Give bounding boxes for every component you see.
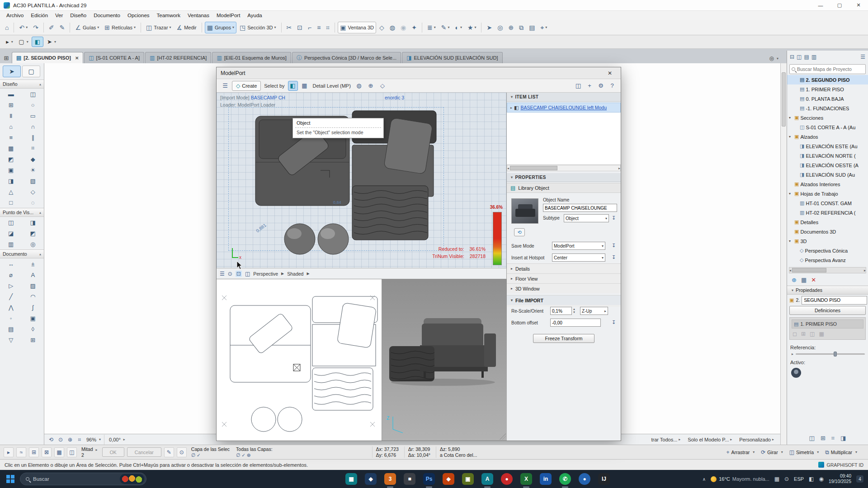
menu-item[interactable]: Archivo	[3, 11, 27, 20]
taskbar-app-icon[interactable]: 3	[384, 473, 396, 485]
view-tab[interactable]: ◫ [S-01 CORTE A - A]	[84, 52, 144, 63]
select-by-object-icon[interactable]: ◧	[288, 81, 298, 91]
toolbox-tool[interactable]: ⌗	[22, 143, 44, 154]
toolbox-tool[interactable]: ⋀	[0, 302, 22, 313]
tab-overview-button[interactable]: ⊞	[1, 52, 12, 63]
cursor-snap-icon[interactable]: ⊠	[42, 447, 52, 457]
toolbar-button[interactable]: ∠ Guías ▾	[73, 22, 101, 33]
toolbar-button[interactable]: ✎ ▾	[439, 22, 452, 33]
navigator-properties-header[interactable]: ▾Propiedades	[787, 286, 868, 295]
taskbar-app-icon[interactable]: in	[540, 473, 552, 485]
object-3d-preview[interactable]: Z	[382, 279, 507, 441]
definitions-button[interactable]: Definiciones	[789, 306, 866, 315]
toolbox-tool[interactable]: ▣	[22, 313, 44, 324]
eye-icon[interactable]: ⊙	[177, 447, 187, 457]
create-button[interactable]: ◇ Create	[232, 81, 261, 91]
toolbox-tool[interactable]: ⌂	[0, 121, 22, 132]
view-tab[interactable]: ◨ ELEVACIÓN SUD [ELEVACIÓN SUD]	[402, 52, 502, 63]
toolbox-tool[interactable]: △	[0, 186, 22, 197]
taskbar-app-icon[interactable]: ▣	[462, 473, 474, 485]
weather-widget[interactable]: 16°C Mayorm. nubla...	[711, 476, 769, 482]
navigator-map-icon[interactable]: ⊟	[790, 54, 794, 60]
import-file-link-tail[interactable]: enordic 3	[385, 95, 404, 100]
zoom-extent-icon[interactable]: ⊡	[236, 271, 242, 277]
toolbar-button[interactable]: ≡	[315, 22, 323, 33]
view-tab[interactable]: ⓘ Perspectiva Cónica [3D / Marco de Sele…	[292, 52, 401, 63]
gear-icon[interactable]: ⚙	[596, 81, 606, 91]
toolbar-button[interactable]: ⌗	[324, 22, 332, 33]
canvas-vertical-scrollbar[interactable]	[780, 63, 787, 445]
library-object-row[interactable]: ▤ Library Object	[507, 183, 621, 193]
toolbox-tool[interactable]: ∫	[22, 302, 44, 313]
navigator-tree-item[interactable]: ◇ Perspectiva Cónica	[787, 246, 868, 255]
coordinate-cell[interactable]: Δz: 5,890 a Cota Cero del...	[436, 446, 481, 458]
property-group-row[interactable]: ▸ Details	[507, 263, 621, 273]
tray-overflow-icon[interactable]: ∧	[703, 477, 706, 482]
toolbox-tool[interactable]: ±	[22, 258, 44, 269]
toolbox-tool[interactable]: ▣	[0, 164, 22, 175]
toolbox-tool[interactable]: ⊞	[22, 334, 44, 345]
view-tab[interactable]: ▥ [HT-02 REFERENCIA]	[145, 52, 211, 63]
toolbox-tool[interactable]: ○	[22, 99, 44, 110]
toolbox-section-design[interactable]: Diseño▴	[0, 80, 44, 89]
toolbox-tool[interactable]: Ⅱ	[0, 110, 22, 121]
help-button[interactable]: ?	[607, 81, 617, 91]
bottom-offset-field[interactable]	[550, 319, 601, 327]
item-list-header[interactable]: ▾ITEM LIST	[507, 93, 621, 102]
toolbar-button[interactable]: ◐ ▾	[453, 22, 464, 33]
taskbar-app-icon[interactable]: IJ	[598, 473, 610, 485]
minimize-button[interactable]: —	[811, 0, 830, 11]
edit-pencil-icon[interactable]: ✎	[164, 447, 174, 457]
transfer-settings-icon[interactable]: ↧	[612, 243, 616, 249]
reference-slider[interactable]: ▸	[787, 351, 868, 357]
toolbar-button[interactable]: ▤	[527, 22, 537, 33]
chevron-right-icon[interactable]: ▶	[307, 272, 309, 276]
quick-option-button[interactable]: ▢ ▾	[18, 37, 29, 47]
toolbox-tool[interactable]: ◦	[0, 313, 22, 324]
navigator-tree-item[interactable]: ◫ S-01 CORTE A - A (Au	[787, 122, 868, 132]
toolbar-button[interactable]: ◍	[387, 22, 397, 33]
dialog-resize-grip[interactable]	[500, 433, 506, 440]
panel-icon[interactable]: ◫	[809, 435, 815, 442]
tab-close-icon[interactable]: ✕	[75, 56, 79, 61]
selection-layer-cell[interactable]: Capa de las Selec ∅ ✓	[189, 446, 231, 457]
toolbar-button[interactable]: ▦ Grupos ▾	[205, 22, 236, 33]
toolbox-tool[interactable]: ◇	[22, 186, 44, 197]
dialog-close-icon[interactable]: ✕	[603, 70, 617, 76]
navigator-search[interactable]	[789, 64, 866, 74]
zoom-in-icon[interactable]: ⊕	[66, 436, 74, 443]
cancel-button[interactable]: Cancelar	[127, 447, 161, 457]
toolbar-button[interactable]: ⌐	[306, 22, 314, 33]
property-group-row[interactable]: ▸ Floor View	[507, 273, 621, 283]
symbol-2d-preview[interactable]	[217, 279, 382, 441]
orbit-icon[interactable]: ⊙	[228, 271, 232, 277]
transfer-settings-icon[interactable]: ↧	[612, 215, 616, 221]
toolbox-tool[interactable]: ▥	[0, 239, 22, 249]
item-list-hscrollbar[interactable]: ◂▸	[507, 165, 621, 171]
toolbox-tool[interactable]: A	[22, 269, 44, 280]
chevron-right-icon[interactable]: ▶	[281, 272, 284, 276]
transfer-settings-icon[interactable]: ↧	[612, 319, 616, 325]
toolbox-tool[interactable]: ◎	[22, 239, 44, 249]
network-icon[interactable]: ◧	[809, 476, 814, 482]
item-list-body[interactable]	[507, 113, 621, 165]
taskbar-app-icon[interactable]: ■	[404, 473, 415, 485]
item-list-entry[interactable]: ▸ ◧ BASECAMP CHAISELOUNGE left Modu	[507, 103, 621, 113]
menu-item[interactable]: Ayuda	[244, 11, 265, 20]
stepper-icon[interactable]: ▲▼	[573, 308, 576, 314]
orientation-select[interactable]: Z-Up▸	[580, 307, 608, 315]
view-map-icon[interactable]: ◫	[797, 54, 802, 60]
toolbar-button[interactable]: ↷	[31, 22, 41, 33]
toolbox-tool[interactable]: ▽	[0, 334, 22, 345]
toolbar-button[interactable]: ✐	[47, 22, 57, 33]
toolbar-button[interactable]: ⊕	[506, 22, 516, 33]
navigator-menu-icon[interactable]: ☰	[860, 54, 865, 60]
navigator-tree-item[interactable]: ◨ ELEVACIÓN SUD (Au	[787, 170, 868, 179]
toolbar-button[interactable]: ◇	[377, 22, 387, 33]
edit-action-button[interactable]: ◫ Simetría ▾	[789, 449, 819, 455]
navigator-tree-item[interactable]: ◇ Perspectiva Avanz	[787, 255, 868, 265]
property-group-row[interactable]: ▸ 3D Window	[507, 283, 621, 293]
navigator-tree-item[interactable]: ◨ ELEVACIÓN ESTE (Au	[787, 141, 868, 151]
menu-item[interactable]: Teamwork	[153, 11, 184, 20]
toolbar-button[interactable]: ✂	[284, 22, 294, 33]
